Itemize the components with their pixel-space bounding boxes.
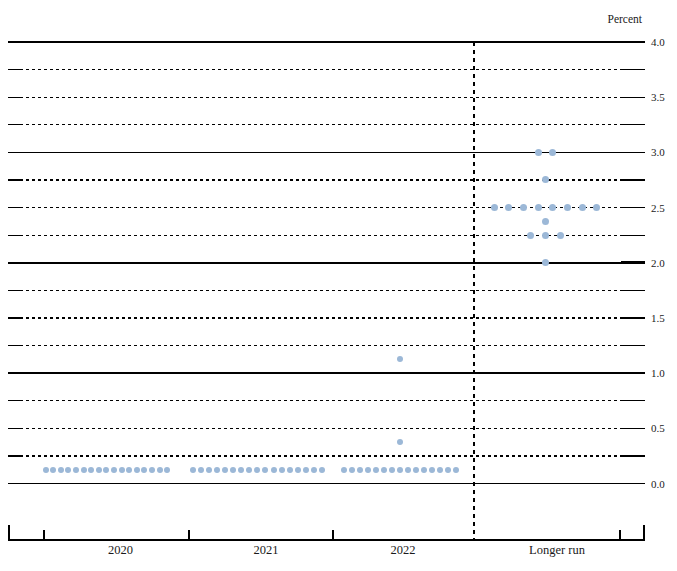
gridline-left-cap [8,455,20,456]
projection-dot [222,467,228,473]
gridline-right-cap [622,207,645,208]
projection-dot [557,232,564,239]
gridline-left-cap [8,124,20,125]
projection-dot [111,467,117,473]
gridline-dotted [20,428,622,429]
projection-dot [421,467,427,473]
projection-dot [50,467,56,473]
gridline-left-cap [8,317,20,318]
projection-dot [535,204,542,211]
projection-dot [579,204,586,211]
projection-dot [88,467,94,473]
y-axis-tick-label: 2.0 [651,257,677,269]
gridline-dotted [20,455,622,456]
gridline-right-cap [622,179,645,180]
projection-dot [357,467,363,473]
projection-dot [134,467,140,473]
projection-dot [549,149,556,156]
projection-dot [453,467,459,473]
y-axis-tick-label: 2.5 [651,202,677,214]
gridline-right-cap [622,345,645,346]
projection-dot [279,467,285,473]
gridline-left-cap [8,179,20,180]
projection-dot [214,467,220,473]
projection-dot [397,467,403,473]
projection-dot [319,467,325,473]
gridline-left-cap [8,69,20,70]
gridline-dotted [20,317,622,318]
gridline-right-cap [622,235,645,236]
projection-dot [349,467,355,473]
gridline-bold-right-cap [621,261,645,264]
gridline-dotted [20,179,622,180]
gridline-dotted [20,345,622,346]
x-axis-tick [619,530,621,539]
projection-dot [295,467,301,473]
projection-dot [505,204,512,211]
y-axis-tick-label: 3.0 [651,146,677,158]
projection-dot [254,467,260,473]
projection-dot [206,467,212,473]
projection-dot [542,218,549,225]
gridline-solid [8,262,645,264]
y-axis-tick-label: 0.5 [651,422,677,434]
projection-dot [311,467,317,473]
projection-dot [198,467,204,473]
gridline-right-cap [622,290,645,291]
projection-dot [542,232,549,239]
projection-dot [437,467,443,473]
x-axis-tick [332,530,334,539]
gridline-right-cap [622,124,645,125]
gridline-left-cap [8,428,20,429]
projection-dot [238,467,244,473]
y-axis-tick-label: 0.0 [651,478,677,490]
projection-dot [397,356,403,362]
projection-dot [287,467,293,473]
dot-plot-chart: Percent 0.00.51.01.52.02.53.03.54.0 2020… [0,0,677,571]
y-axis-unit-label: Percent [560,13,642,25]
x-axis-tick [8,525,10,539]
projection-dot [491,204,498,211]
projection-dot [73,467,79,473]
x-axis-tick [188,530,190,539]
gridline-right-cap [622,69,645,70]
projection-dot [381,467,387,473]
gridline-dotted [20,290,622,291]
gridline-left-cap [8,400,20,401]
projection-dot [149,467,155,473]
gridline-left-cap [8,345,20,346]
projection-dot [43,467,49,473]
projection-dot [164,467,170,473]
projection-dot [65,467,71,473]
projection-dot [373,467,379,473]
x-axis-section-label: 2021 [254,543,279,557]
gridline-dotted [20,400,622,401]
x-axis-section-label: Longer run [529,543,585,557]
x-axis-section-label: 2022 [391,543,416,557]
projection-dot [542,176,549,183]
y-axis-tick-label: 1.5 [651,312,677,324]
projection-dot [397,439,403,445]
projection-dot [593,204,600,211]
projection-dot [103,467,109,473]
gridline-right-cap [622,400,645,401]
projection-dot [81,467,87,473]
projection-dot [246,467,252,473]
projection-dot [549,204,556,211]
projection-dot [527,232,534,239]
x-axis-section-label: 2020 [108,543,133,557]
projection-dot [96,467,102,473]
gridline-right-cap [622,455,645,456]
x-axis-baseline [8,539,645,541]
gridline-dotted [20,207,622,208]
projection-dot [429,467,435,473]
projection-dot [413,467,419,473]
projection-dot [405,467,411,473]
projection-dot [542,259,549,266]
gridline-solid [8,372,645,374]
x-axis-tick [43,530,45,539]
projection-dot [230,467,236,473]
projection-dot [271,467,277,473]
projection-dot [119,467,125,473]
projection-dot [520,204,527,211]
